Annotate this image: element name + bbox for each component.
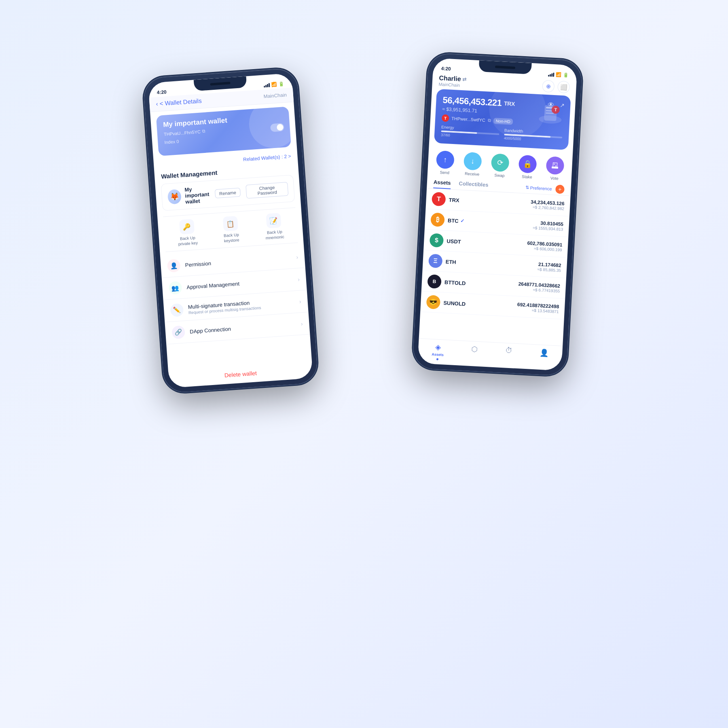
swap-label: Swap: [494, 173, 505, 178]
approval-arrow: ›: [298, 276, 300, 282]
r-signal-2: [550, 74, 551, 76]
rename-button[interactable]: Rename: [214, 188, 241, 198]
signal-bar-2: [265, 85, 267, 87]
nav-collectibles[interactable]: ⬡: [471, 345, 478, 362]
private-key-label: Back Upprivate key: [178, 235, 198, 247]
related-wallets-link[interactable]: Related Wallet(s) : 2 >: [243, 153, 291, 162]
sun-icon: 😎: [426, 295, 441, 309]
change-password-button[interactable]: Change Password: [245, 182, 288, 198]
address-copy-icon[interactable]: ⧉: [488, 118, 491, 123]
right-signal-bars: [548, 72, 554, 77]
vote-label: Vote: [550, 176, 559, 181]
avatar-icon: 🦊: [169, 192, 179, 201]
back-button[interactable]: ‹ < Wallet Details: [156, 97, 202, 107]
phones-container: 4:20 📶 🔋 ‹ < Wallet Details: [142, 40, 586, 688]
dapp-icon-container: 🔗: [171, 326, 185, 339]
backup-row: 🔑 Back Upprivate key 📋 Back Upkeystore 📝…: [163, 207, 298, 252]
left-phone-screen: 4:20 📶 🔋 ‹ < Wallet Details: [148, 73, 313, 388]
signal-bars: [264, 83, 270, 87]
usdt-values: 602,786.035091 ≈$ 606,000.199: [527, 240, 563, 252]
right-battery-icon: 🔋: [563, 72, 569, 78]
r-signal-1: [548, 75, 549, 76]
multisig-icon-container: ✏️: [170, 303, 184, 317]
send-button[interactable]: ↑ Send: [436, 150, 455, 175]
tab-assets[interactable]: Assets: [433, 177, 451, 189]
vol-down-button: [146, 157, 149, 178]
stake-icon: 🔒: [518, 155, 537, 174]
add-asset-button[interactable]: +: [555, 184, 565, 194]
nav-assets-label: Assets: [432, 352, 444, 357]
battery-icon: 🔋: [279, 81, 285, 87]
right-phone-screen: 4:20 📶 🔋 Charlie ⇄: [417, 58, 577, 371]
right-speaker: [495, 66, 515, 69]
sun-values: 692.418878222498 ≈$ 13.5483871: [517, 301, 559, 313]
wifi-icon: 📶: [271, 82, 277, 87]
nav-active-dot: [436, 358, 438, 360]
backup-private-key[interactable]: 🔑 Back Upprivate key: [176, 219, 198, 247]
trx-values: 34,234,453.126 ≈$ 2,760,842.982: [530, 199, 565, 211]
header-chain-label: MainChain: [263, 92, 287, 99]
nav-history[interactable]: ⏱: [504, 346, 512, 364]
receive-button[interactable]: ↓ Receive: [463, 152, 482, 176]
non-hd-badge: Non-HD: [493, 118, 513, 125]
keystore-icon: 📋: [226, 220, 235, 228]
user-info: Charlie ⇄ MainChain: [438, 74, 467, 88]
balance-address-text: THPwer...5wtfYC: [451, 116, 485, 123]
tron-coin-icon: T: [442, 114, 449, 122]
wallet-item-card: 🦊 My important wallet Rename Change Pass…: [161, 175, 295, 211]
approval-icon: 👥: [171, 284, 179, 292]
wallet-item-name: My important wallet: [184, 185, 210, 205]
right-chain-label: MainChain: [438, 82, 466, 88]
nav-history-icon: ⏱: [505, 346, 512, 355]
back-arrow-icon: ‹: [156, 100, 158, 107]
dapp-icon: 🔗: [174, 328, 182, 336]
nav-assets[interactable]: ◈ Assets: [432, 343, 444, 360]
nav-collectibles-icon: ⬡: [471, 345, 478, 354]
backup-keystore[interactable]: 📋 Back Upkeystore: [222, 216, 239, 243]
preference-button[interactable]: ⇅ Preference +: [525, 183, 565, 194]
status-time-right: 4:20: [441, 66, 451, 72]
nav-assets-icon: ◈: [435, 343, 441, 352]
add-wallet-button[interactable]: ⊕: [542, 80, 555, 93]
r-signal-4: [553, 72, 554, 76]
tab-collectibles[interactable]: Collectibles: [459, 178, 489, 191]
approval-label: Approval Management: [186, 277, 293, 290]
tron-illustration: T: [533, 96, 567, 130]
header-title: < Wallet Details: [159, 97, 202, 107]
permission-arrow: ›: [296, 254, 298, 260]
chain-swap-icon[interactable]: ⇄: [462, 76, 467, 83]
right-vol-down: [422, 131, 425, 152]
wallet-item-row: 🦊 My important wallet Rename Change Pass…: [167, 180, 288, 206]
stake-button[interactable]: 🔒 Stake: [518, 155, 537, 180]
approval-text: Approval Management: [186, 277, 293, 290]
permission-text: Permission: [185, 254, 292, 268]
btt-name: BTTOLD: [444, 279, 518, 289]
vote-icon: 🗳: [546, 156, 564, 175]
energy-item: Energy 37/60: [441, 125, 499, 140]
multisig-arrow: ›: [299, 298, 301, 305]
mnemonic-icon-container: 📝: [266, 213, 281, 228]
dapp-arrow: ›: [301, 320, 303, 327]
copy-icon[interactable]: ⧉: [202, 129, 205, 134]
signal-bar-4: [269, 83, 270, 87]
right-phone: 4:20 📶 🔋 Charlie ⇄: [413, 53, 582, 376]
usdt-name: USDT: [447, 238, 527, 248]
nav-profile[interactable]: 👤: [539, 348, 549, 366]
toggle-dot: [277, 124, 284, 131]
eth-icon: Ξ: [428, 254, 443, 268]
right-vol-up: [423, 113, 425, 127]
wallet-toggle[interactable]: [270, 123, 284, 132]
preference-icon: ⇅: [525, 185, 529, 190]
speaker: [210, 82, 230, 85]
eth-name: ETH: [445, 258, 538, 269]
vote-button[interactable]: 🗳 Vote: [546, 156, 565, 181]
delete-wallet-button[interactable]: Delete wallet: [168, 360, 313, 388]
btt-icon: B: [427, 274, 442, 289]
eth-usd: ≈$ 85,885.35: [537, 267, 561, 273]
backup-mnemonic[interactable]: 📝 Back Upmnemonic: [264, 213, 285, 241]
dapp-text: DApp Connection: [190, 321, 296, 334]
scan-button[interactable]: ⬜: [557, 80, 570, 93]
swap-button[interactable]: ⟳ Swap: [491, 153, 510, 178]
send-icon: ↑: [436, 150, 455, 169]
btc-icon: ₿: [430, 212, 445, 227]
